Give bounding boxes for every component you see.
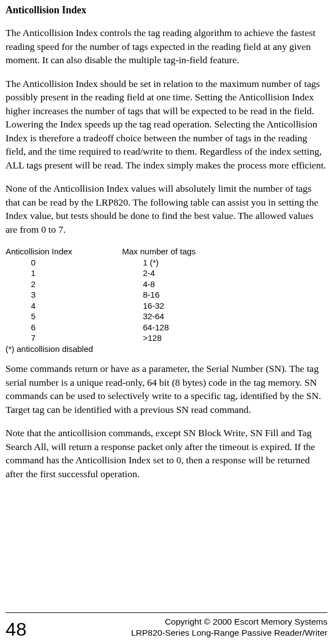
idx-val: 0 <box>31 258 36 267</box>
table-cell-tags: >128 <box>122 333 327 344</box>
idx-val: 3 <box>31 290 36 299</box>
paragraph-1: The Anticollision Index controls the tag… <box>6 26 327 67</box>
table-cell-index: 2 <box>6 279 122 290</box>
table-cell-index: 0 <box>6 257 122 268</box>
tags-val: 4-8 <box>143 279 155 289</box>
table-cell-index: 4 <box>6 300 122 311</box>
paragraph-4: Some commands return or have as a parame… <box>6 362 327 416</box>
idx-val: 1 <box>31 268 36 278</box>
table-cell-tags: 8-16 <box>122 289 327 300</box>
table-row: 6 64-128 <box>6 322 327 333</box>
idx-val: 2 <box>31 279 36 289</box>
tags-val: 32-64 <box>143 311 164 321</box>
table-row: 2 4-8 <box>6 279 327 290</box>
table-cell-index: 7 <box>6 333 122 344</box>
content: Anticollision Index The Anticollision In… <box>6 4 327 612</box>
tags-val: 64-128 <box>143 323 169 332</box>
table-cell-index: 6 <box>6 322 122 333</box>
tags-val: 2-4 <box>143 268 155 278</box>
table-cell-index: 5 <box>6 311 122 322</box>
table-row: 5 32-64 <box>6 311 327 322</box>
table-row: 4 16-32 <box>6 300 327 311</box>
table-row: 7 >128 <box>6 333 327 344</box>
table-row: 1 2-4 <box>6 268 327 279</box>
tags-val: 16-32 <box>143 301 164 310</box>
footer-product: LRP820-Series Long-Range Passive Reader/… <box>131 627 327 638</box>
tags-val: 1 (*) <box>143 258 159 267</box>
anticollision-table: Anticollision Index Max number of tags 0… <box>6 246 327 354</box>
table-row: 3 8-16 <box>6 289 327 300</box>
table-cell-tags: 1 (*) <box>122 257 327 268</box>
page: Anticollision Index The Anticollision In… <box>0 0 333 644</box>
table-cell-tags: 4-8 <box>122 279 327 290</box>
table-cell-tags: 32-64 <box>122 311 327 322</box>
table-row: 0 1 (*) <box>6 257 327 268</box>
idx-val: 7 <box>31 333 36 343</box>
idx-val: 5 <box>31 311 36 321</box>
paragraph-2: The Anticollision Index should be set in… <box>6 77 327 172</box>
table-header-tags: Max number of tags <box>122 246 327 257</box>
page-footer: 48 Copyright © 2000 Escort Memory System… <box>6 612 327 638</box>
page-number: 48 <box>6 620 27 638</box>
section-title: Anticollision Index <box>6 4 327 16</box>
footer-copyright: Copyright © 2000 Escort Memory Systems <box>131 616 327 627</box>
table-cell-tags: 16-32 <box>122 300 327 311</box>
table-cell-tags: 64-128 <box>122 322 327 333</box>
table-header-index: Anticollision Index <box>6 246 122 257</box>
tags-val: 8-16 <box>143 290 160 299</box>
paragraph-5: Note that the anticollision commands, ex… <box>6 426 327 481</box>
idx-val: 4 <box>31 301 36 310</box>
table-header-row: Anticollision Index Max number of tags <box>6 246 327 257</box>
idx-val: 6 <box>31 323 36 332</box>
footer-right: Copyright © 2000 Escort Memory Systems L… <box>131 616 327 638</box>
tags-val: >128 <box>143 333 162 343</box>
table-cell-index: 1 <box>6 268 122 279</box>
table-cell-tags: 2-4 <box>122 268 327 279</box>
paragraph-3: None of the Anticollision Index values w… <box>6 182 327 236</box>
table-footnote: (*) anticollision disabled <box>6 344 327 355</box>
table-cell-index: 3 <box>6 289 122 300</box>
